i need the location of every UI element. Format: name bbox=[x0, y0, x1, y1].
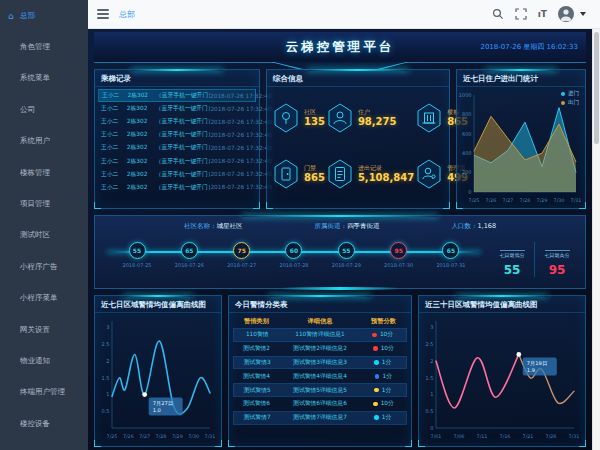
panel-title: 综合信息 bbox=[267, 70, 449, 87]
legend-item: 进门 bbox=[561, 90, 579, 97]
svg-text:7/06: 7/06 bbox=[454, 434, 465, 439]
svg-text:2.5: 2.5 bbox=[102, 341, 110, 347]
alarm-table-row: 测试警情4测试警情4详细信息41分 bbox=[233, 369, 407, 383]
community-population: 人口数：1,168 bbox=[451, 222, 496, 231]
svg-text:7/26: 7/26 bbox=[123, 434, 134, 439]
svg-text:7月27日: 7月27日 bbox=[153, 400, 173, 407]
week-max-score: 七日最高分95 bbox=[534, 242, 579, 277]
legend-dot bbox=[561, 92, 565, 96]
panel-title: 近七日区域警情均值偏离曲线图 bbox=[95, 296, 221, 313]
timeline-node: 752018-07-27 bbox=[220, 242, 264, 268]
ride-record-row[interactable]: 王小二2栋302（蓝牙手机一键开门）2018-07-26 17:32:40 bbox=[98, 89, 256, 102]
stat-access-control: 门禁865 bbox=[271, 146, 325, 202]
search-icon[interactable] bbox=[492, 8, 504, 20]
legend-item: 出门 bbox=[561, 99, 579, 106]
sidebar-item-project-mgmt[interactable]: 项目管理 bbox=[0, 188, 88, 219]
sidebar-item-system-users[interactable]: 系统用户 bbox=[0, 126, 88, 157]
timeline-node: 602018-07-28 bbox=[272, 242, 316, 268]
alarm-table-row: 测试警情7测试警情7详细信息71分 bbox=[233, 411, 407, 425]
admin-icon bbox=[416, 159, 442, 189]
panel-weekly-io-chart: 近七日住户进出门统计 进门 出门 020040060080010007/257/… bbox=[456, 69, 586, 209]
community-info: 社区名称：城星社区 所属街道：四季青街道 人口数：1,168 bbox=[95, 216, 585, 231]
ride-record-row[interactable]: 王小二2栋302（蓝牙手机一键开门）2018-07-26 17:32:40 bbox=[98, 141, 256, 154]
dashboard: 云梯控管理平台 2018-07-26 星期四 16:02:33 乘梯记录 王小二… bbox=[88, 28, 592, 450]
ride-record-row[interactable]: 王小二2栋302（蓝牙手机一键开门）2018-07-26 17:32:40 bbox=[98, 168, 256, 181]
topbar: 总部 ıT bbox=[88, 0, 600, 29]
timeline-node: 552018-07-29 bbox=[324, 242, 368, 268]
dashboard-header: 云梯控管理平台 2018-07-26 星期四 16:02:33 bbox=[94, 32, 586, 63]
sidebar-item-test-timezone[interactable]: 测试时区 bbox=[0, 220, 88, 251]
collapse-menu-icon[interactable] bbox=[97, 9, 109, 19]
alarm-table-header: 警情类别 详细信息 预警分数 bbox=[229, 313, 411, 328]
stat-community: 社区135 bbox=[271, 90, 325, 146]
sidebar-item-end-user-mgmt[interactable]: 终端用户管理 bbox=[0, 377, 88, 408]
chevron-down-icon[interactable] bbox=[580, 12, 586, 16]
community-bar: 社区名称：城星社区 所属街道：四季青街道 人口数：1,168 552018-07… bbox=[94, 215, 586, 289]
font-size-icon[interactable]: ıT bbox=[538, 8, 547, 20]
svg-text:7/30: 7/30 bbox=[554, 198, 565, 203]
sidebar-item-property-notice[interactable]: 物业通知 bbox=[0, 345, 88, 376]
svg-text:7/27: 7/27 bbox=[503, 198, 514, 203]
scrollbar-thumb[interactable] bbox=[594, 32, 599, 144]
tab-headquarters[interactable]: 总部 bbox=[119, 9, 135, 20]
score-timeline: 552018-07-25 652018-07-26 752018-07-27 6… bbox=[107, 242, 481, 282]
svg-text:1.5: 1.5 bbox=[102, 375, 110, 381]
svg-text:7/29: 7/29 bbox=[537, 198, 548, 203]
resident-icon bbox=[327, 103, 353, 133]
ride-record-row[interactable]: 王小二2栋302（蓝牙手机一键开门）2018-07-26 17:32:40 bbox=[98, 154, 256, 167]
panel-deviation-30d: 近三十日区域警情均值偏离曲线图 00.511.522.537/017/067/1… bbox=[418, 295, 586, 447]
score-summary: 七日最低分55 七日最高分95 bbox=[490, 242, 579, 277]
home-icon: ⌂ bbox=[8, 11, 14, 21]
svg-text:1: 1 bbox=[106, 391, 109, 397]
svg-text:3: 3 bbox=[106, 324, 109, 330]
sidebar-item-miniapp-ads[interactable]: 小程序广告 bbox=[0, 251, 88, 282]
svg-text:7/25: 7/25 bbox=[469, 198, 480, 203]
ride-record-row[interactable]: 王小二2栋302（蓝牙手机一键开门）2018-07-26 17:32:40 bbox=[98, 115, 256, 128]
alarm-table-row: 测试警情3测试警情3详细信息31分 bbox=[233, 356, 407, 370]
panel-summary: 综合信息 社区135 住户98,275 楼栋865 bbox=[266, 69, 450, 209]
door-icon bbox=[273, 159, 299, 189]
sidebar-item-miniapp-menu[interactable]: 小程序菜单 bbox=[0, 283, 88, 314]
svg-text:7/28: 7/28 bbox=[520, 198, 531, 203]
sidebar-item-system-menu[interactable]: 系统菜单 bbox=[0, 63, 88, 94]
stat-io-records: 进出记录5,108,847 bbox=[325, 146, 414, 202]
sidebar-item-roles[interactable]: 角色管理 bbox=[0, 31, 88, 62]
svg-text:7/29: 7/29 bbox=[172, 434, 183, 439]
svg-text:1.0: 1.0 bbox=[153, 407, 161, 413]
legend-dot bbox=[561, 101, 565, 105]
svg-text:2: 2 bbox=[430, 358, 433, 364]
fullscreen-icon[interactable] bbox=[515, 8, 527, 20]
sidebar-item-elevator-devices[interactable]: 楼控设备 bbox=[0, 408, 88, 439]
panel-ride-records: 乘梯记录 王小二2栋302（蓝牙手机一键开门）2018-07-26 17:32:… bbox=[94, 69, 260, 209]
sidebar-item-company[interactable]: 公司 bbox=[0, 94, 88, 125]
svg-text:7/31: 7/31 bbox=[569, 434, 579, 439]
svg-text:7/28: 7/28 bbox=[156, 434, 167, 439]
status-dot bbox=[375, 374, 380, 379]
chart-legend: 进门 出门 bbox=[561, 90, 579, 106]
ride-record-row[interactable]: 王小二2栋302（蓝牙手机一键开门）2018-07-26 17:32:40 bbox=[98, 102, 256, 115]
dashboard-row-top: 乘梯记录 王小二2栋302（蓝牙手机一键开门）2018-07-26 17:32:… bbox=[94, 69, 586, 209]
svg-text:2.5: 2.5 bbox=[426, 341, 434, 347]
sidebar-item-gateway-settings[interactable]: 网关设置 bbox=[0, 314, 88, 345]
sidebar-item-building-mgmt[interactable]: 楼栋管理 bbox=[0, 157, 88, 188]
panel-title: 近三十日区域警情均值偏离曲线图 bbox=[419, 296, 585, 313]
svg-text:200: 200 bbox=[462, 169, 472, 175]
panel-alarm-table: 今日警情分类表 警情类别 详细信息 预警分数 110警情110警情详细信息110… bbox=[228, 295, 412, 447]
sidebar-item-home[interactable]: ⌂总部 bbox=[0, 0, 88, 31]
panel-deviation-7d: 近七日区域警情均值偏离曲线图 0.511.522.537/257/267/277… bbox=[94, 295, 222, 447]
ride-record-row[interactable]: 王小二2栋302（蓝牙手机一键开门）2018-07-26 17:32:40 bbox=[98, 128, 256, 141]
svg-text:0.5: 0.5 bbox=[426, 408, 434, 414]
alarm-table-row: 测试警情6测试警情6详细信息610分 bbox=[233, 397, 407, 411]
vertical-scrollbar[interactable] bbox=[592, 28, 600, 450]
alarm-table: 警情类别 详细信息 预警分数 110警情110警情详细信息110分 测试警情2测… bbox=[229, 313, 411, 425]
status-dot bbox=[374, 388, 379, 393]
ride-record-row[interactable]: 王小二2栋302（蓝牙手机一键开门）2018-07-26 17:32:40 bbox=[98, 181, 256, 194]
community-street: 所属街道：四季青街道 bbox=[314, 222, 379, 231]
alarm-table-row: 110警情110警情详细信息110分 bbox=[233, 328, 407, 342]
status-dot bbox=[373, 402, 378, 407]
svg-text:7/25: 7/25 bbox=[107, 434, 118, 439]
sidebar-item-label: 总部 bbox=[20, 11, 35, 21]
avatar[interactable] bbox=[558, 6, 574, 22]
deviation-30d-line-chart: 00.511.522.537/017/067/117/167/217/267/3… bbox=[419, 313, 579, 441]
timeline-node: 952018-07-30 bbox=[377, 242, 421, 268]
